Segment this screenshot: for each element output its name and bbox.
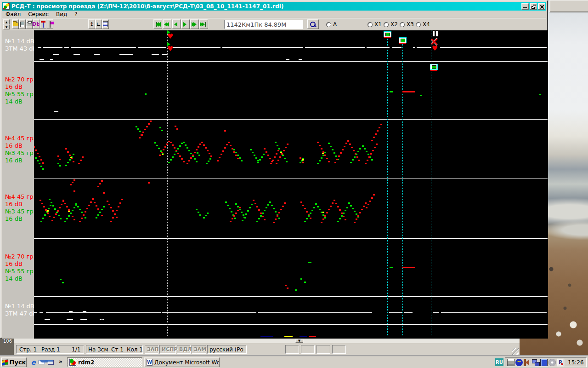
status-empty-2 [317,345,330,354]
menu-bar: ФайлСервисВид? [2,11,546,18]
status-toggle-зам[interactable]: ЗАМ [192,345,206,354]
title-bar[interactable]: РСД-Т : просмотр проезда (Z:\ПЧ-12\2010\… [2,2,546,11]
scale-radio-x1[interactable]: X1 [368,21,382,28]
nav-forward-button[interactable] [181,19,190,29]
channel-label-line: 14 dB [5,275,35,282]
cd-icon[interactable] [548,359,556,366]
file-info-button[interactable] [19,19,26,29]
channel-label-line: 16 dB [5,201,35,208]
display-icon[interactable] [540,359,548,366]
task-button-word[interactable]: W Документ Microsoft Wor... [144,357,220,367]
status-toggle-зап[interactable]: ЗАП [145,345,158,354]
arrow-icon [193,22,197,27]
status-language: русский (Ро [207,345,247,354]
event-heart-icon[interactable]: ♥ [432,45,438,52]
start-button[interactable]: Пуск [1,357,27,367]
arrow-icon [174,22,177,27]
flag-button[interactable] [46,19,53,29]
flag-icon [48,21,52,28]
event-heart-icon[interactable]: ♥ [167,46,173,52]
search-button[interactable] [307,19,319,29]
task-button-rdm2[interactable]: rdm2 [67,357,142,367]
rsd-t-window: РСД-Т : просмотр проезда (Z:\ПЧ-12\2010\… [0,0,548,339]
vertical-scale-button[interactable]: ↕ [88,19,95,29]
status-text: Стр. 1 [19,346,37,353]
arrow-icon [166,22,169,27]
spin-down-button[interactable]: ▼ [3,24,10,29]
desktop-background: 106 ▼ Стр. 1Разд 11/1На 3смСт 1Кол 1ЗАПИ… [0,0,588,368]
resize-grip[interactable] [512,348,519,355]
nav-last-button[interactable] [199,19,208,29]
arrow-icon [158,22,161,27]
open-file-button[interactable] [12,19,19,29]
db-icon: Db [32,21,40,27]
channel-label-panel: №1 14 dBЗТМ 43 dB№2 70 гр:16 dB№5 55 гр:… [2,30,34,339]
channel-label-line: №3 45 гр: [5,208,35,215]
quicklaunch-ie-icon[interactable]: e [29,358,37,366]
device-mark-icon[interactable] [399,37,407,43]
list-icon [103,21,108,27]
radio-label: X1 [374,21,382,28]
menu-item-0[interactable]: Файл [2,11,24,18]
clock: 15:26 [568,359,584,366]
volume-icon[interactable] [524,359,531,366]
word-scrollbar-strip[interactable]: ▼ [14,338,520,343]
device-mark-icon[interactable] [384,31,391,37]
scroll-down-button[interactable]: ▼ [295,339,303,343]
report-button[interactable] [102,19,109,29]
app-icon[interactable] [3,3,10,10]
toolbar: ▲ ▼ Db ↕ ∟ AX1X2X3X4 [2,18,546,30]
rdm2-icon [69,359,76,366]
close-button[interactable] [538,3,545,10]
taskbar: Пуск e » rdm2 W Документ Microsoft Wor..… [0,356,588,368]
status-toggle-испр[interactable]: ИСПР [159,345,176,354]
gain-spinner: ▲ ▼ [3,19,10,29]
marker-button[interactable] [40,19,46,29]
channel-label-3: №4 45 гр:16 dB№3 45 гр:16 dB [5,135,35,164]
document-icon [20,22,24,27]
device-mark-icon[interactable] [430,64,438,70]
scale-radio-x4[interactable]: X4 [416,21,430,28]
radio-label: A [333,21,337,28]
quicklaunch-chevron[interactable]: » [59,358,62,365]
menu-item-2[interactable]: Вид [52,11,71,18]
menu-item-1[interactable]: Сервис [24,11,52,18]
database-button[interactable]: Db [33,19,40,29]
word-status-bar: Стр. 1Разд 11/1На 3смСт 1Кол 1ЗАПИСПРВДЛ… [14,343,520,356]
channel-label-line: ЗТМ 43 dB [5,45,37,52]
language-indicator[interactable]: RU [495,358,503,366]
defectogram-canvas [34,30,548,338]
nav-fast-back-button[interactable] [163,19,171,29]
status-toggle-вдл[interactable]: ВДЛ [177,345,191,354]
status-cell-1: На 3смСт 1Кол 1 [86,345,143,354]
event-heart-icon[interactable]: ♥ [167,33,173,40]
scale-radio-a[interactable]: A [326,21,337,28]
spin-up-button[interactable]: ▲ [3,19,10,24]
quicklaunch-mail-icon[interactable] [39,358,46,366]
channel-label-2: №2 70 гр:16 dB№5 55 гр:14 dB [5,76,35,105]
channel-label-line: №2 70 гр: [5,253,35,260]
radio-label: X2 [390,21,398,28]
status-text: На 3см [88,346,108,353]
printer-icon[interactable] [507,359,514,366]
axis-button[interactable]: ∟ [95,19,102,29]
restore-button[interactable] [530,3,537,10]
window-title: РСД-Т : просмотр проезда (Z:\ПЧ-12\2010\… [11,3,520,10]
pause-mark-icon[interactable] [433,31,438,36]
quicklaunch-show-desktop-icon[interactable] [48,358,56,366]
realplayer-icon[interactable]: R [557,359,564,366]
minimize-button[interactable] [521,3,529,10]
nav-first-button[interactable] [153,19,162,29]
print-button[interactable] [26,19,33,29]
nav-back-button[interactable] [172,19,181,29]
network-icon[interactable] [532,359,539,366]
nav-fast-forward-button[interactable] [190,19,199,29]
scale-radio-x2[interactable]: X2 [384,21,398,28]
scale-radio-x3[interactable]: X3 [400,21,414,28]
position-input[interactable] [224,20,303,29]
menu-item-3[interactable]: ? [71,11,81,18]
angle-icon: ∟ [96,22,101,27]
channel-label-line: №2 70 гр: [5,76,35,83]
open-folder-icon [13,23,18,26]
audio-wave-icon[interactable] [515,359,523,366]
